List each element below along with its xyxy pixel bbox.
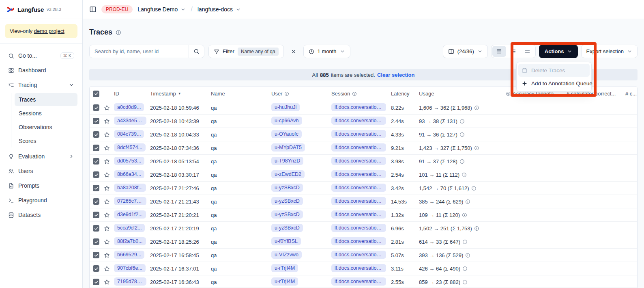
table-row[interactable]: 084c739... 2025-02-18 10:04:33 qa u-OYau…	[90, 128, 637, 141]
bookmark-star-icon[interactable]	[102, 225, 114, 232]
session-badge[interactable]: lf.docs.conversation...	[331, 210, 386, 219]
sidebar-item-sessions[interactable]: Sessions	[15, 107, 77, 120]
row-height-medium-button[interactable]	[507, 46, 520, 57]
trace-id-badge[interactable]: 07265c7a...	[114, 197, 146, 205]
filter-chip[interactable]: Name any of qa	[238, 48, 279, 56]
bookmark-star-icon[interactable]	[102, 212, 114, 218]
breadcrumb-project[interactable]: langfuse-docs	[197, 6, 241, 13]
session-badge[interactable]: lf.docs.conversation...	[331, 157, 386, 165]
user-badge[interactable]: u-yzSBxcD	[271, 224, 303, 232]
user-badge[interactable]: u-rTrjI4M	[271, 277, 298, 286]
info-icon[interactable]	[474, 226, 479, 231]
row-checkbox[interactable]	[93, 131, 99, 138]
row-checkbox[interactable]	[93, 145, 99, 151]
user-badge[interactable]: u-zEwdED2	[271, 170, 305, 178]
session-badge[interactable]: lf.docs.conversation...	[331, 143, 386, 152]
trace-id-badge[interactable]: 5cca9cf2...	[114, 224, 145, 232]
export-selection-button[interactable]: Export selection	[581, 45, 638, 58]
user-badge[interactable]: u-yzSBxcD	[271, 210, 303, 219]
session-badge[interactable]: lf.docs.conversation...	[331, 277, 386, 286]
user-badge[interactable]: u-rTrjI4M	[271, 264, 298, 272]
table-row[interactable]: 07265c7a... 2025-02-17 21:21:43 qa u-yzS…	[90, 195, 637, 208]
row-checkbox[interactable]	[93, 118, 99, 124]
search-submit-button[interactable]	[189, 45, 204, 58]
info-icon[interactable]	[465, 253, 470, 258]
info-icon[interactable]	[459, 119, 465, 124]
menu-item-delete-traces[interactable]: Delete Traces	[518, 64, 590, 77]
trace-id-badge[interactable]: 084c739...	[114, 130, 144, 138]
session-badge[interactable]: lf.docs.conversation...	[331, 184, 386, 192]
bookmark-star-icon[interactable]	[102, 172, 114, 178]
info-icon[interactable]	[474, 105, 479, 110]
search-input[interactable]	[90, 48, 189, 54]
sidebar-item-evaluation[interactable]: Evaluation	[5, 149, 77, 164]
row-checkbox[interactable]	[93, 171, 99, 178]
trace-id-badge[interactable]: 88f2a7b0...	[114, 237, 146, 245]
info-icon[interactable]	[462, 279, 468, 285]
header-timestamp[interactable]: Timestamp▼	[150, 91, 211, 97]
bookmark-star-icon[interactable]	[102, 105, 114, 111]
trace-id-badge[interactable]: b669529...	[114, 251, 144, 259]
session-badge[interactable]: lf.docs.conversation...	[331, 251, 386, 259]
row-checkbox[interactable]	[93, 198, 99, 205]
bookmark-star-icon[interactable]	[102, 132, 114, 138]
row-checkbox[interactable]	[93, 104, 99, 111]
header-id[interactable]: ID	[114, 91, 150, 97]
info-icon[interactable]	[462, 266, 468, 271]
trace-id-badge[interactable]: d3e9d1f2...	[114, 210, 146, 219]
user-badge[interactable]: u-huJhuJi	[271, 103, 300, 111]
info-icon[interactable]	[474, 145, 479, 151]
session-badge[interactable]: lf.docs.conversation...	[331, 170, 386, 178]
info-icon[interactable]	[459, 132, 465, 137]
table-row[interactable]: a0cd0d9... 2025-02-18 10:59:46 qa u-huJh…	[90, 101, 637, 115]
session-badge[interactable]: lf.docs.conversation...	[331, 130, 386, 138]
table-row[interactable]: b669529... 2025-02-17 16:58:45 qa u-VIZz…	[90, 249, 637, 262]
bookmark-star-icon[interactable]	[102, 185, 114, 191]
columns-button[interactable]: (24/36)	[443, 45, 488, 58]
breadcrumb-org[interactable]: Langfuse Demo	[137, 6, 186, 13]
header-user[interactable]: User	[271, 91, 331, 97]
user-badge[interactable]: u-T98YnzD	[271, 157, 303, 165]
row-height-small-button[interactable]	[492, 46, 506, 57]
header-latency[interactable]: Latency	[391, 91, 419, 97]
trace-id-badge[interactable]: a433de51...	[114, 117, 146, 125]
session-badge[interactable]: lf.docs.conversation...	[331, 117, 386, 125]
table-row[interactable]: 8b66a34... 2025-02-18 03:30:17 qa u-zEwd…	[90, 168, 637, 182]
sidebar-toggle-icon[interactable]	[89, 6, 97, 13]
session-badge[interactable]: lf.docs.conversation...	[331, 103, 386, 111]
sidebar-item-users[interactable]: Users	[5, 164, 77, 178]
user-badge[interactable]: u-MYpDAT5	[271, 143, 305, 152]
bookmark-star-icon[interactable]	[102, 239, 114, 245]
bookmark-star-icon[interactable]	[102, 199, 114, 205]
session-badge[interactable]: lf.docs.conversation...	[331, 224, 386, 232]
row-checkbox[interactable]	[93, 238, 99, 245]
time-range-button[interactable]: 1 month	[303, 45, 350, 58]
user-badge[interactable]: u-OYauofc	[271, 130, 302, 138]
info-icon[interactable]	[459, 159, 465, 164]
info-icon[interactable]	[462, 239, 468, 245]
sidebar-item-observations[interactable]: Observations	[15, 121, 77, 134]
filter-button[interactable]: Filter Name any of qa	[208, 45, 284, 58]
header-overflow[interactable]: # c...	[625, 91, 638, 97]
bookmark-star-icon[interactable]	[102, 145, 114, 151]
trace-id-badge[interactable]: dd05753...	[114, 157, 144, 165]
header-usage[interactable]: Usage	[419, 91, 506, 97]
header-session[interactable]: Session	[331, 91, 391, 97]
sidebar-item-scores[interactable]: Scores	[15, 134, 77, 147]
sidebar-item-tracing[interactable]: Tracing	[5, 78, 77, 92]
user-badge[interactable]: u-yzSBxcD	[271, 197, 303, 205]
table-row[interactable]: 88f2a7b0... 2025-02-17 18:25:26 qa u-f0Y…	[90, 235, 637, 249]
trace-id-badge[interactable]: ba8a208f...	[114, 184, 146, 192]
table-row[interactable]: ba8a208f... 2025-02-17 21:27:46 qa u-yzS…	[90, 182, 637, 195]
session-badge[interactable]: lf.docs.conversation...	[331, 237, 386, 245]
table-row[interactable]: 7195d78e... 2025-02-17 16:36:43 qa u-rTr…	[90, 275, 637, 288]
menu-item-add-to-annotation-queue[interactable]: Add to Annotation Queue	[518, 77, 590, 90]
trace-id-badge[interactable]: 907cbf6e...	[114, 264, 146, 272]
bookmark-star-icon[interactable]	[102, 252, 114, 258]
bookmark-star-icon[interactable]	[102, 279, 114, 285]
session-badge[interactable]: lf.docs.conversation...	[331, 264, 386, 272]
info-icon[interactable]	[462, 212, 467, 218]
goto-button[interactable]: Go to... ⌘ K	[5, 48, 77, 63]
trace-id-badge[interactable]: 8b66a34...	[114, 170, 144, 178]
row-height-large-button[interactable]	[521, 46, 535, 57]
